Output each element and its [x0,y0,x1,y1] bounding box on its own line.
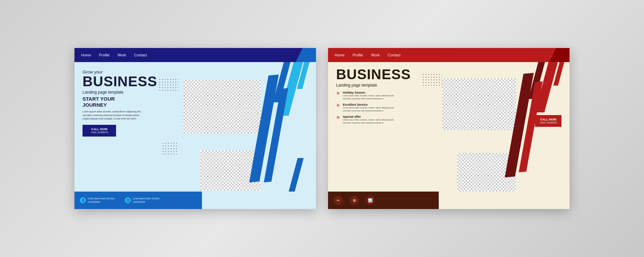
red-star-3: ✳ [336,115,340,120]
red-feature-2: ✳ Excellent Service Lorem ipsum dolor si… [336,103,561,112]
blue-nav-contact[interactable]: Contact [134,53,147,57]
red-cta-button[interactable]: CALL NOW +001 2345678 [535,115,561,127]
red-landing-subtitle: Landing page template [336,83,561,88]
red-feature-title-3: Special offer [343,115,396,118]
red-feature-content-2: Excellent Service Lorem ipsum dolor sit … [343,103,396,112]
blue-card: Home Profile Work Contact Grow your BUSI… [74,48,316,209]
blue-footer-text-1: Lorem ipsum dolor sit amet, consectetuer [88,197,118,204]
blue-cta-button[interactable]: CALL NOW +001 2345678 [83,125,116,137]
blue-footer-icon-2: 👤 [125,197,131,203]
blue-footer: 👤 Lorem ipsum dolor sit amet, consectetu… [74,192,202,209]
blue-journey-text: START YOUR JOURNEY [83,96,308,108]
blue-lorem: Lorem ipsum dolor sit amet, consectetuer… [83,110,143,121]
red-nav-contact[interactable]: Contact [388,53,400,57]
blue-footer-item-1: 👤 Lorem ipsum dolor sit amet, consectetu… [80,197,118,204]
blue-content: Grow your BUSINESS Landing page template… [74,62,316,137]
blue-footer-icon-1: 👤 [80,197,86,203]
blue-nav-home[interactable]: Home [81,53,91,57]
red-footer-icon-3: 📊 [366,196,375,205]
red-feature-list: ✳ Holiday Season Lorem ipsum dolor sit a… [336,91,561,127]
blue-deco-bottom [289,158,304,192]
red-footer-icon-2: ⊞ [350,196,359,205]
red-nav-bar: Home Profile Work Contact [328,48,570,62]
blue-dots-2 [162,142,178,155]
red-card: Home Profile Work Contact BUSINESS Landi… [328,48,570,209]
red-feature-text-3: Lorem ipsum dolor sit amet, consec- tetu… [343,118,396,124]
red-footer: ✏ ⊞ 📊 [328,192,439,209]
blue-footer-item-2: 👤 Lorem ipsum dolor sit amet, consectetu… [125,197,163,204]
red-feature-content-3: Special offer Lorem ipsum dolor sit amet… [343,115,396,124]
red-feature-content-1: Holiday Season Lorem ipsum dolor sit ame… [343,91,396,100]
blue-nav-work[interactable]: Work [118,53,126,57]
blue-nav-profile[interactable]: Profile [99,53,109,57]
red-star-2: ✳ [336,103,340,108]
red-feature-title-1: Holiday Season [343,91,396,94]
blue-business-title: BUSINESS [83,74,308,89]
red-feature-3-row: ✳ Special offer Lorem ipsum dolor sit am… [336,115,561,127]
red-nav-home[interactable]: Home [335,53,344,57]
red-feature-title-2: Excellent Service [343,103,396,106]
red-feature-text-2: Lorem ipsum dolor sit amet, consec- tetu… [343,106,396,112]
canvas-area: Home Profile Work Contact Grow your BUSI… [0,0,644,257]
blue-footer-text-2: Lorem ipsum dolor sit amet, consectetuer [133,197,163,204]
red-business-title: BUSINESS [336,67,561,82]
red-nav-work[interactable]: Work [371,53,380,57]
blue-landing-subtitle: Landing page template [83,90,308,95]
red-feature-text-1: Lorem ipsum dolor sit amet, consec- tetu… [343,94,396,100]
red-content: BUSINESS Landing page template ✳ Holiday… [328,62,570,127]
red-footer-icon-1: ✏ [333,196,343,205]
red-feature-1: ✳ Holiday Season Lorem ipsum dolor sit a… [336,91,561,100]
red-feature-3: ✳ Special offer Lorem ipsum dolor sit am… [336,115,531,124]
red-nav-profile[interactable]: Profile [353,53,363,57]
blue-nav-bar: Home Profile Work Contact [74,48,316,62]
red-star-1: ✳ [336,91,340,96]
